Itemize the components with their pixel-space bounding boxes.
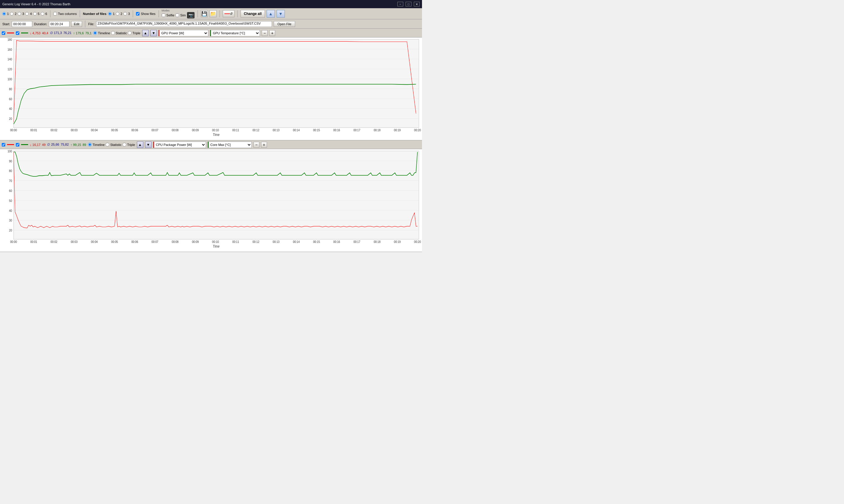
sim-checkbox[interactable] [176, 14, 179, 17]
file-separator [85, 20, 85, 28]
chart2-stat-down: ↓ 16,17 49 [30, 143, 46, 146]
chart2-metric1-select[interactable]: CPU Package Power [W] [153, 142, 206, 148]
radio-numfiles-1-label: 1 [113, 12, 114, 16]
chart2-x-0: 00:00 [10, 240, 17, 244]
x-label-13: 00:13 [273, 128, 280, 132]
chart2-statistic-radio[interactable] [106, 143, 109, 146]
duration-input[interactable] [49, 21, 69, 27]
change-all-button[interactable]: Change all [240, 10, 265, 18]
radio-filenum-2[interactable] [10, 12, 14, 16]
start-label: Start: [2, 22, 10, 26]
chart1-stat-down: ↓ 4,753 40,4 [30, 31, 48, 35]
chart2-red-checkbox[interactable] [2, 143, 5, 146]
save-button[interactable]: 💾 [201, 10, 208, 17]
x-label-10: 00:10 [212, 128, 219, 132]
x-label-15: 00:15 [313, 128, 320, 132]
chart1-minus-button[interactable]: − [262, 30, 268, 36]
open-file-button[interactable]: Open File [274, 21, 295, 27]
chart2-time-title: Time [213, 245, 219, 248]
maximize-button[interactable]: □ [406, 2, 411, 6]
show-files-checkbox[interactable] [136, 12, 140, 16]
chart2-svg: 100 90 80 70 60 50 40 30 20 00:00 00:01 … [0, 149, 422, 252]
open-button[interactable]: 📁 [210, 10, 217, 17]
chart2-add-button[interactable]: + [261, 142, 267, 148]
radio-filenum-4[interactable] [25, 12, 29, 16]
chart2-timeline-radio[interactable] [88, 143, 92, 146]
title-bar: Generic Log Viewer 6.4 - © 2022 Thomas B… [0, 0, 422, 8]
chart1-green-line-indicator [21, 33, 28, 33]
chart2-stat-up: ↑ 99,15 89 [71, 143, 86, 146]
radio-numfiles-2-label: 2 [121, 12, 122, 16]
selfie-label: Selfie [166, 14, 175, 17]
arrow-up-button[interactable]: ▲ [267, 10, 275, 18]
refresh-icon: ↺ [230, 12, 233, 16]
separator-3 [133, 10, 133, 17]
chart2-x-16: 00:16 [333, 240, 340, 244]
chart1-bg [14, 39, 419, 128]
charts-container: ↓ 4,753 40,4 ∅ 171,3 76,21 ↑ 179,6 79,1 … [0, 29, 422, 252]
radio-filenum-5[interactable] [33, 12, 37, 16]
chart1-green-checkbox[interactable] [16, 31, 19, 35]
duration-label: Duration: [34, 22, 47, 26]
chart1-triple-radio[interactable] [128, 31, 131, 35]
chart2-x-2: 00:02 [51, 240, 57, 244]
y-label-140: 140 [7, 58, 12, 61]
start-input[interactable] [12, 21, 32, 27]
chart2-y-80: 80 [9, 169, 12, 173]
chart2-y-30: 30 [9, 219, 12, 222]
chart1-stat-up: ↑ 179,6 79,1 [73, 31, 92, 35]
file-label: File: [88, 22, 94, 26]
chart2-y-100: 100 [7, 149, 12, 153]
chart1-red-line-indicator [7, 33, 14, 33]
number-of-files-label: Number of files [83, 12, 106, 16]
chart1-nav-down-button[interactable]: ▼ [150, 30, 157, 36]
x-label-12: 00:12 [253, 128, 259, 132]
chart1-timeline-radio[interactable] [93, 31, 97, 35]
chart2-nav-down-button[interactable]: ▼ [145, 142, 151, 148]
x-label-19: 00:19 [394, 128, 401, 132]
chart2-x-3: 00:03 [71, 240, 77, 244]
camera-button[interactable]: 📷 [187, 12, 195, 18]
main-toolbar: 1 2 3 4 5 6 Two columns Number of files … [0, 8, 422, 19]
chart1-add-button[interactable]: + [269, 30, 275, 36]
x-label-14: 00:14 [293, 128, 300, 132]
radio-filenum-4-label: 4 [30, 12, 32, 16]
radio-filenum-3[interactable] [18, 12, 21, 16]
chart2-x-8: 00:08 [172, 240, 178, 244]
radio-filenum-1[interactable] [2, 12, 6, 16]
arrow-down-button[interactable]: ▼ [277, 10, 285, 18]
chart1-statistic-radio[interactable] [111, 31, 115, 35]
chart1-timeline-label: Timeline [98, 31, 110, 35]
radio-numfiles-2[interactable] [116, 12, 119, 16]
chart2-minus-button[interactable]: − [253, 142, 259, 148]
chart2-green-checkbox[interactable] [16, 143, 19, 146]
red-arrow-refresh-button[interactable]: ↺ [223, 10, 234, 17]
chart2-x-17: 00:17 [354, 240, 360, 244]
show-files-label: Show files [141, 12, 155, 16]
x-label-0: 00:00 [10, 128, 17, 132]
chart2-x-18: 00:18 [374, 240, 380, 244]
modes-label: Modes [162, 9, 195, 12]
close-button[interactable]: ✕ [414, 2, 420, 6]
radio-numfiles-1[interactable] [108, 12, 112, 16]
chart1-metric1-select[interactable]: GPU Power [W] [159, 30, 208, 36]
two-columns-checkbox[interactable] [53, 12, 57, 16]
y-label-100: 100 [7, 77, 12, 81]
chart2-statistic-label: Statistic [110, 143, 122, 146]
modes-options: Selfie Sim 📷 [162, 12, 195, 18]
radio-numfiles-3[interactable] [123, 12, 127, 16]
chart1-area: 180 160 140 120 100 80 60 40 20 00:00 00… [0, 37, 422, 140]
chart2-metric2-select[interactable]: Core Max [°C] [208, 142, 252, 148]
chart1-red-checkbox[interactable] [2, 31, 5, 35]
selfie-checkbox[interactable] [162, 14, 165, 17]
chart1-metric2-select[interactable]: GPU Temperature [°C] [210, 30, 260, 36]
radio-filenum-6[interactable] [41, 12, 44, 16]
minimize-button[interactable]: − [397, 2, 403, 6]
chart1-time-title: Time [213, 133, 219, 137]
y-label-20: 20 [9, 117, 12, 121]
separator-7 [237, 10, 238, 17]
edit-button[interactable]: Edit [71, 21, 82, 27]
chart2-nav-up-button[interactable]: ▲ [137, 142, 143, 148]
chart1-nav-up-button[interactable]: ▲ [142, 30, 148, 36]
chart2-triple-radio[interactable] [123, 143, 126, 146]
